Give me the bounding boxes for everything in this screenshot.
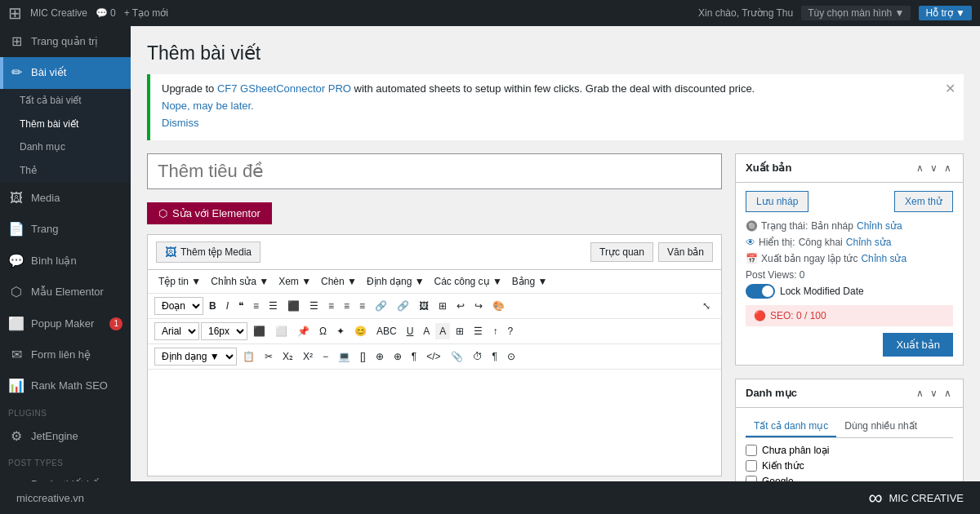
notice-close-icon[interactable]: ✕	[945, 81, 956, 96]
add-btn[interactable]: ⊕	[372, 348, 388, 365]
sidebar-item-media[interactable]: 🖼 Media	[0, 183, 131, 214]
schedule-edit-link[interactable]: Chỉnh sửa	[861, 253, 906, 264]
media-btn[interactable]: 🖼 Thêm tệp Media	[156, 241, 261, 263]
list2-btn[interactable]: ☰	[470, 323, 487, 339]
menu-congcu[interactable]: Các công cụ ▼	[430, 273, 506, 290]
star-btn[interactable]: ✦	[332, 323, 349, 339]
sidebar-item-trang[interactable]: 📄 Trang	[0, 214, 131, 245]
sidebar-item-tat-ca-bai-viet[interactable]: Tất cả bài viết	[0, 89, 131, 113]
lock-modified-toggle[interactable]	[746, 284, 775, 299]
list-unordered-btn[interactable]: ≡	[249, 298, 263, 314]
font-color2-btn[interactable]: A	[419, 323, 434, 339]
elementor-btn[interactable]: ⬡ Sửa với Elementor	[147, 202, 272, 224]
text-view-btn[interactable]: Văn bản	[658, 242, 713, 262]
subscript-btn[interactable]: X₂	[278, 348, 297, 365]
code-btn[interactable]: 💻	[334, 348, 354, 365]
para2-btn[interactable]: ¶	[488, 348, 501, 365]
notice-dismiss-link[interactable]: Dismiss	[162, 115, 944, 132]
bookmark-btn[interactable]: 📎	[447, 348, 467, 365]
time-btn[interactable]: ⏱	[469, 348, 487, 365]
comment-count[interactable]: 💬 0	[96, 7, 116, 19]
font-family-select[interactable]: Arial	[154, 322, 199, 340]
cat-tab-all[interactable]: Tất cả danh mục	[746, 416, 836, 437]
notice-nope-link[interactable]: Nope, may be later.	[162, 98, 944, 115]
sidebar-item-rank-math[interactable]: 📊 Rank Math SEO	[0, 370, 131, 401]
link-btn[interactable]: 🔗	[371, 298, 391, 314]
special-char-btn[interactable]: Ω	[315, 323, 331, 339]
sidebar-item-bai-viet[interactable]: ✏ Bài viết	[0, 57, 131, 88]
menu-dinhdag[interactable]: Định dạng ▼	[363, 273, 429, 290]
cat-checkbox-kien-thuc[interactable]	[746, 460, 757, 472]
indent2-btn[interactable]: ↑	[488, 323, 501, 339]
anchor-btn[interactable]: 📌	[293, 323, 314, 339]
cat-checkbox-uncategorized[interactable]	[746, 445, 757, 456]
menu-xem[interactable]: Xem ▼	[274, 273, 315, 290]
superscript-btn[interactable]: X²	[299, 348, 317, 365]
bold-btn[interactable]: B	[205, 298, 220, 314]
font-bg-btn[interactable]: A	[435, 323, 450, 339]
editor-body[interactable]	[148, 370, 721, 476]
format-select[interactable]: Đoạn	[154, 297, 203, 315]
font-color-btn[interactable]: ⬛	[249, 323, 270, 339]
abbr-btn[interactable]: ABC	[372, 323, 401, 339]
panel-close-btn[interactable]: ∧	[942, 161, 953, 175]
title-input[interactable]	[147, 153, 722, 189]
underline-btn[interactable]: U	[403, 323, 418, 339]
visual-view-btn[interactable]: Trực quan	[590, 242, 653, 262]
screen-options-btn[interactable]: Tùy chọn màn hình ▼	[801, 6, 911, 20]
format2-select[interactable]: Định dạng ▼	[154, 348, 237, 366]
redo-btn[interactable]: ↪	[470, 298, 487, 314]
align-left-btn[interactable]: ≡	[324, 298, 338, 314]
list-ordered-btn[interactable]: ☰	[265, 298, 282, 314]
sidebar-item-jet-engine[interactable]: ⚙ JetEngine	[0, 421, 131, 452]
sidebar-item-form-lien-he[interactable]: ✉ Form liên hệ	[0, 339, 131, 370]
table-btn[interactable]: ⊞	[434, 298, 451, 314]
sidebar-item-mau-elementor[interactable]: ⬡ Mẫu Elementor	[0, 277, 131, 308]
image-btn[interactable]: 🖼	[415, 298, 433, 314]
menu-bang[interactable]: Bảng ▼	[508, 273, 552, 290]
bracket-btn[interactable]: []	[356, 348, 370, 365]
panel-up-btn[interactable]: ∧	[915, 161, 925, 175]
circle-btn[interactable]: ⊙	[503, 348, 519, 365]
bg-color-btn[interactable]: ⬜	[271, 323, 292, 339]
notice-link[interactable]: CF7 GSheetConnector PRO	[217, 82, 351, 95]
outdent-btn[interactable]: ☰	[305, 298, 323, 314]
menu-teptin[interactable]: Tệp tin ▼	[154, 273, 205, 290]
paste-btn[interactable]: 📋	[238, 348, 259, 365]
cat-tab-popular[interactable]: Dùng nhiều nhất	[836, 416, 925, 437]
indent-btn[interactable]: ⬛	[283, 298, 304, 314]
font-size-select[interactable]: 16px	[201, 322, 247, 340]
sidebar-item-popup-maker[interactable]: ⬜ Popup Maker 1	[0, 308, 131, 339]
remove-btn[interactable]: ⊕	[390, 348, 406, 365]
help-btn[interactable]: Hỗ trợ ▼	[919, 6, 972, 20]
panel-down-btn[interactable]: ∨	[929, 161, 939, 175]
sidebar-item-danh-muc[interactable]: Danh mục	[0, 135, 131, 159]
fullscreen-btn[interactable]: ⤡	[698, 298, 715, 314]
color-btn[interactable]: 🎨	[488, 298, 509, 314]
sidebar-item-binh-luan[interactable]: 💬 Bình luận	[0, 246, 131, 277]
sidebar-item-the[interactable]: Thẻ	[0, 159, 131, 183]
cat-panel-up-btn[interactable]: ∧	[915, 386, 925, 401]
align-right-btn[interactable]: ≡	[355, 298, 369, 314]
cat-panel-down-btn[interactable]: ∨	[929, 386, 939, 401]
help-toolbar-btn[interactable]: ?	[503, 323, 517, 339]
sidebar-item-dashboard[interactable]: ⊞ Trang quản trị	[0, 26, 131, 57]
menu-chen[interactable]: Chèn ▼	[317, 273, 361, 290]
para-btn[interactable]: ¶	[408, 348, 421, 365]
new-item-btn[interactable]: + Tạo mới	[124, 7, 168, 19]
menu-chinhsua[interactable]: Chỉnh sửa ▼	[207, 273, 273, 290]
source-btn[interactable]: </>	[422, 348, 444, 365]
site-name[interactable]: MIC Creative	[30, 7, 87, 19]
unlink-btn[interactable]: 🔗	[393, 298, 413, 314]
save-draft-btn[interactable]: Lưu nháp	[746, 191, 808, 212]
hr-btn[interactable]: −	[318, 348, 332, 365]
status-edit-link[interactable]: Chỉnh sửa	[857, 220, 902, 232]
align-center-btn[interactable]: ≡	[340, 298, 354, 314]
table2-btn[interactable]: ⊞	[452, 323, 468, 339]
publish-btn[interactable]: Xuất bản	[883, 333, 953, 357]
cut-btn[interactable]: ✂	[261, 348, 277, 365]
sidebar-item-them-bai-viet[interactable]: Thêm bài viết	[0, 113, 131, 136]
preview-btn[interactable]: Xem thử	[894, 191, 953, 212]
italic-btn[interactable]: I	[222, 298, 233, 314]
emoji-btn[interactable]: 😊	[350, 323, 371, 339]
